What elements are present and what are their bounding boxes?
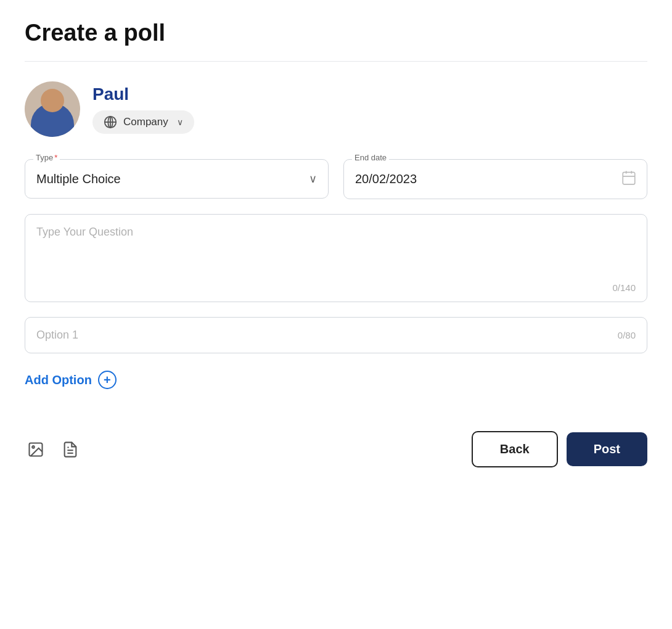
required-star: *: [54, 153, 57, 162]
svg-point-9: [32, 446, 35, 448]
add-option-plus-icon: +: [98, 371, 117, 389]
document-button[interactable]: [59, 438, 81, 461]
post-button[interactable]: Post: [567, 432, 647, 466]
add-option-label: Add Option: [25, 373, 92, 387]
avatar: [25, 81, 80, 137]
question-field-wrapper: 0/140: [25, 214, 647, 302]
type-field-group: Type* Multiple Choice Single Choice Yes/…: [25, 159, 329, 199]
type-select-wrapper: Multiple Choice Single Choice Yes/No ∨: [25, 159, 329, 199]
type-select[interactable]: Multiple Choice Single Choice Yes/No: [25, 160, 328, 198]
page-container: Create a poll Paul Company ∨ Type*: [0, 0, 672, 629]
document-icon: [62, 441, 79, 458]
bottom-icon-group: [25, 438, 81, 461]
question-char-count: 0/140: [36, 282, 636, 293]
type-date-row: Type* Multiple Choice Single Choice Yes/…: [25, 159, 647, 199]
globe-icon: [104, 115, 117, 129]
option1-char-count: 0/80: [618, 330, 636, 340]
option1-input[interactable]: [36, 329, 618, 342]
date-input-wrapper: [343, 159, 647, 199]
option1-wrapper: 0/80: [25, 317, 647, 353]
date-field-group: End date: [343, 159, 647, 199]
image-icon: [27, 441, 44, 458]
audience-chevron-icon: ∨: [177, 117, 183, 127]
end-date-label: End date: [352, 153, 389, 162]
end-date-input[interactable]: [344, 160, 647, 199]
bottom-bar: Back Post: [25, 419, 647, 467]
back-button[interactable]: Back: [472, 431, 558, 467]
page-title: Create a poll: [25, 20, 647, 62]
audience-label: Company: [123, 116, 168, 128]
question-textarea[interactable]: [36, 226, 636, 275]
add-option-button[interactable]: Add Option +: [25, 366, 117, 394]
user-name: Paul: [92, 84, 194, 104]
user-section: Paul Company ∨: [25, 81, 647, 137]
user-info: Paul Company ∨: [92, 84, 194, 134]
audience-selector[interactable]: Company ∨: [92, 110, 194, 134]
image-button[interactable]: [25, 438, 47, 461]
bottom-buttons-group: Back Post: [472, 431, 647, 467]
type-label: Type*: [33, 153, 60, 162]
avatar-image: [25, 81, 80, 137]
